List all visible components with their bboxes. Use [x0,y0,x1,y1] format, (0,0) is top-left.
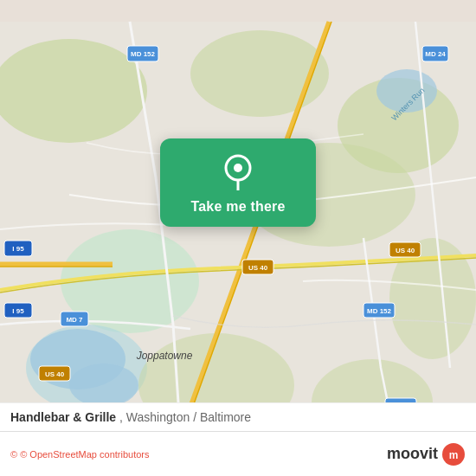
svg-text:US 40: US 40 [45,370,65,378]
moovit-logo: moovit m [387,442,466,466]
svg-text:US 40: US 40 [248,264,268,272]
bottom-bar: © © OpenStreetMap contributors moovit m [0,431,476,476]
place-region: , Washington / Baltimore [119,410,251,424]
osm-attribution[interactable]: © OpenStreetMap contributors [20,449,149,460]
svg-text:MD 152: MD 152 [367,307,392,315]
moovit-text: moovit [387,445,438,463]
svg-text:m: m [449,449,459,461]
svg-text:I 95: I 95 [12,245,24,253]
place-info: Handlebar & Grille , Washington / Baltim… [0,402,476,431]
svg-text:I 95: I 95 [12,307,24,315]
attribution: © © OpenStreetMap contributors [10,449,150,460]
svg-text:MD 24: MD 24 [425,50,446,58]
svg-text:MD 7: MD 7 [66,316,83,324]
place-name: Handlebar & Grille [10,410,116,424]
moovit-brand-icon: m [441,442,466,466]
svg-point-11 [69,363,138,407]
map-container: MD 152 MD 24 I 95 US 40 US 40 MD 7 I 95 … [0,0,476,476]
svg-text:US 40: US 40 [396,247,415,254]
pin-icon [219,152,257,190]
svg-text:MD 152: MD 152 [131,50,156,58]
take-me-there-button[interactable]: Take me there [190,199,285,215]
svg-text:Joppatowne: Joppatowne [136,350,193,362]
location-card: Take me there [160,138,316,227]
svg-point-38 [234,164,242,172]
